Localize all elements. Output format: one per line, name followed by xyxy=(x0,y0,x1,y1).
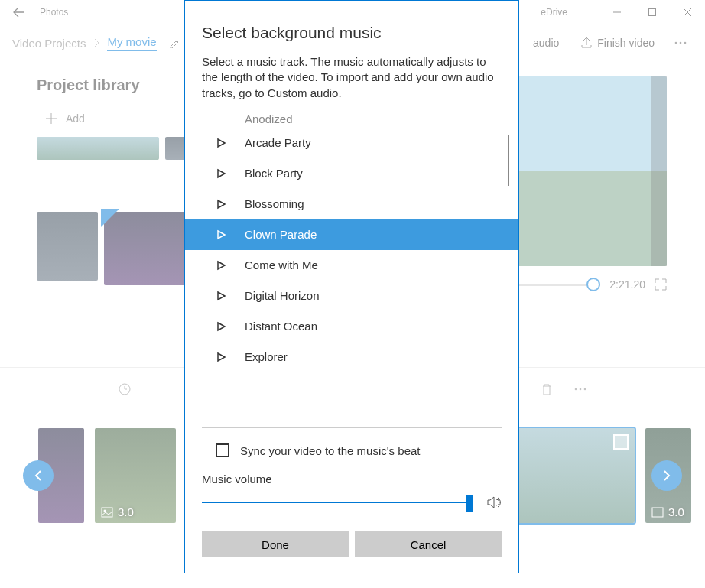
track-item[interactable]: Distant Ocean xyxy=(185,311,518,342)
play-icon[interactable] xyxy=(216,260,226,271)
track-list[interactable]: AnodizedArcade PartyBlock PartyBlossomin… xyxy=(185,112,518,427)
volume-thumb[interactable] xyxy=(466,495,473,512)
done-button[interactable]: Done xyxy=(202,531,349,557)
play-icon[interactable] xyxy=(216,168,226,179)
track-item[interactable]: Arcade Party xyxy=(185,128,518,158)
track-name: Clown Parade xyxy=(245,228,317,241)
track-name: Digital Horizon xyxy=(245,289,320,302)
volume-label: Music volume xyxy=(202,473,502,486)
modal-title: Select background music xyxy=(202,24,502,42)
play-icon[interactable] xyxy=(216,138,226,148)
play-icon[interactable] xyxy=(216,321,226,332)
track-item[interactable]: Block Party xyxy=(185,158,518,189)
track-name: Explorer xyxy=(245,350,288,363)
volume-icon[interactable] xyxy=(486,495,502,510)
track-item[interactable]: Blossoming xyxy=(185,189,518,219)
track-item[interactable]: Explorer xyxy=(185,342,518,372)
sync-checkbox[interactable] xyxy=(216,443,229,457)
play-icon[interactable] xyxy=(216,291,226,301)
track-item[interactable]: Clown Parade xyxy=(185,219,518,250)
modal-description: Select a music track. The music automati… xyxy=(202,54,502,101)
play-icon[interactable] xyxy=(216,199,226,210)
track-name: Distant Ocean xyxy=(245,320,317,333)
sync-checkbox-row[interactable]: Sync your video to the music's beat xyxy=(216,443,502,457)
play-icon[interactable] xyxy=(216,352,226,362)
track-item[interactable]: Anodized xyxy=(185,112,518,128)
sync-label: Sync your video to the music's beat xyxy=(240,444,420,457)
track-item[interactable]: Digital Horizon xyxy=(185,281,518,311)
cancel-button[interactable]: Cancel xyxy=(355,531,502,557)
track-name: Come with Me xyxy=(245,258,318,271)
play-icon[interactable] xyxy=(216,229,226,240)
track-scrollbar[interactable] xyxy=(508,135,509,186)
volume-slider[interactable] xyxy=(202,502,473,503)
track-name: Block Party xyxy=(245,167,303,180)
track-item[interactable]: Come with Me xyxy=(185,250,518,281)
track-name: Blossoming xyxy=(245,197,304,210)
track-name: Arcade Party xyxy=(245,136,311,149)
track-name: Anodized xyxy=(245,112,293,125)
background-music-modal: Select background music Select a music t… xyxy=(184,0,519,573)
